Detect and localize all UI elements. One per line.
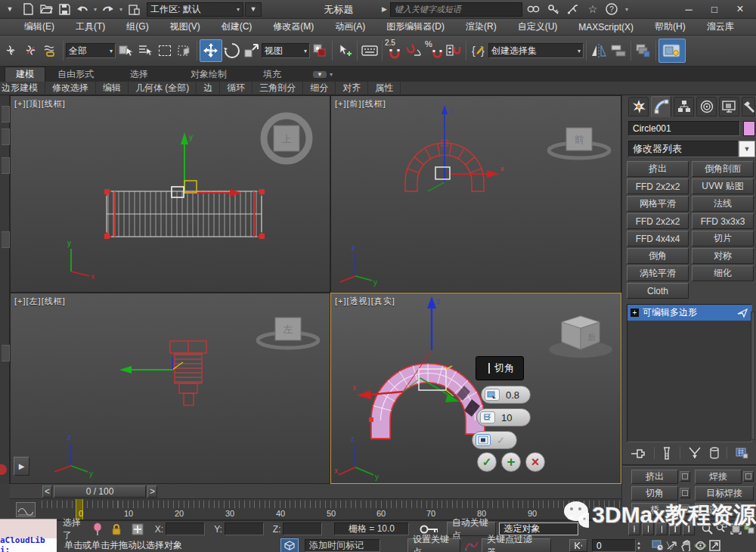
window-crossing-icon[interactable] — [175, 41, 194, 60]
named-selection-set-dropdown[interactable]: 创建选择集 ▾ — [488, 43, 584, 58]
go-to-end-button[interactable] — [683, 523, 695, 535]
ribbon-loops[interactable]: 循环 — [220, 82, 253, 95]
viewport-front[interactable]: 前 z x z y — [330, 95, 621, 293]
make-unique-icon[interactable] — [688, 447, 702, 459]
mod-slice-button[interactable]: 切片 — [692, 231, 754, 247]
menu-views[interactable]: 视图(V) — [160, 19, 211, 36]
caddy-apply-button[interactable]: ✓ — [477, 452, 497, 472]
zoom-all-icon[interactable] — [715, 523, 727, 535]
ribbon-align[interactable]: 对齐 — [336, 82, 368, 95]
rollout-weld-settings-button[interactable] — [743, 471, 754, 482]
workspace-menu-icon[interactable]: ▼ — [245, 2, 262, 17]
mod-symmetry-button[interactable]: 对称 — [692, 248, 754, 264]
material-editor-icon[interactable] — [658, 39, 686, 63]
stack-expand-icon[interactable]: + — [631, 309, 639, 317]
undo-caret-icon[interactable]: ▾ — [92, 2, 98, 17]
motion-tab[interactable] — [696, 97, 717, 116]
selection-lock-icon[interactable] — [111, 523, 121, 535]
close-button[interactable]: × — [727, 0, 753, 18]
mod-ffd2-button[interactable]: FFD 2x2x2 — [627, 178, 689, 194]
viewport-top[interactable]: 上 y y x [+][顶][线框] — [10, 95, 330, 293]
menu-rendering[interactable]: 渲染(R) — [455, 19, 507, 36]
modifier-list-arrow-icon[interactable]: ▼ — [739, 141, 755, 157]
search-icon[interactable] — [525, 2, 542, 17]
docked-icon[interactable] — [2, 345, 10, 361]
new-file-icon[interactable] — [20, 2, 36, 17]
chamfer-open-toggle[interactable]: ✓ — [472, 431, 517, 449]
workspace-dropdown[interactable]: 工作区: 默认 ▾ — [147, 2, 243, 17]
remove-modifier-icon[interactable] — [710, 447, 719, 459]
ribbon-properties[interactable]: 属性 — [368, 82, 401, 95]
mod-turbosmooth-button[interactable]: 涡轮平滑 — [627, 265, 689, 281]
ribbon-minimize-icon[interactable]: ▼ ▾ — [302, 67, 343, 82]
select-and-move-icon[interactable] — [200, 39, 222, 62]
bind-to-spacewarp-icon[interactable] — [41, 41, 60, 60]
mod-bevel-profile-button[interactable]: 倒角剖面 — [692, 161, 754, 177]
show-end-result-icon[interactable] — [662, 447, 671, 460]
object-color-swatch[interactable] — [743, 121, 755, 136]
caddy-cancel-button[interactable]: × — [525, 452, 545, 472]
menu-modifiers[interactable]: 修改器(M) — [262, 19, 324, 36]
docked-icon[interactable] — [2, 106, 10, 122]
reference-coord-dropdown[interactable]: 视图 ▾ — [262, 43, 310, 58]
edit-named-selection-sets-icon[interactable]: {} — [469, 41, 488, 60]
angle-snap-icon[interactable] — [404, 41, 424, 60]
snaps-toggle-icon[interactable]: 2.5 — [385, 41, 404, 60]
redo-caret-icon[interactable]: ▾ — [118, 2, 124, 17]
zoom-icon[interactable] — [701, 523, 713, 535]
key-mode-toggle-button[interactable] — [569, 539, 587, 552]
next-frame-button[interactable] — [669, 523, 681, 535]
stack-item-editable-poly[interactable]: + 可编辑多边形 — [627, 305, 751, 321]
menu-edit[interactable]: 编辑(E) — [14, 19, 65, 36]
ribbon-tab-populate[interactable]: 填充 — [253, 67, 292, 82]
layer-manager-icon[interactable] — [634, 41, 653, 60]
ribbon-tab-object-paint[interactable]: 对象绘制 — [180, 67, 237, 82]
caddy-apply-and-continue-button[interactable]: + — [501, 452, 521, 472]
menu-maxscript[interactable]: MAXScript(X) — [568, 19, 644, 36]
search-expand-icon[interactable]: ▶ — [382, 5, 387, 13]
track-bar[interactable]: 0 10 20 30 40 50 60 70 80 90 — [10, 499, 621, 520]
stack-scrollbar[interactable] — [751, 312, 755, 440]
viewport-top-label[interactable]: [+][顶][线框] — [14, 98, 66, 110]
pin-stack-icon[interactable] — [631, 448, 646, 459]
docked-icon[interactable] — [2, 231, 10, 248]
next-frame-slider-button[interactable]: > — [147, 485, 157, 498]
previous-frame-button[interactable] — [642, 523, 654, 535]
menu-help[interactable]: 帮助(H) — [644, 19, 696, 36]
current-frame-field[interactable]: 0 — [592, 539, 636, 552]
mod-normal-button[interactable]: 法线 — [692, 196, 754, 212]
viewport-left-label[interactable]: [+][左][线框] — [14, 296, 66, 307]
ribbon-edit[interactable]: 编辑 — [96, 82, 129, 95]
select-object-icon[interactable] — [116, 41, 135, 60]
ribbon-modify-selection[interactable]: 修改选择 — [45, 82, 96, 95]
communicate-icon[interactable] — [565, 2, 581, 17]
mod-uvw-map-button[interactable]: UVW 贴图 — [692, 178, 754, 194]
viewport-left[interactable]: 左 z y [+][左][线框] — [10, 293, 330, 484]
menu-customize[interactable]: 自定义(U) — [507, 19, 569, 36]
docked-icon[interactable] — [2, 129, 10, 145]
modifier-list-dropdown[interactable]: 修改器列表 — [628, 141, 739, 157]
menu-group[interactable]: 组(G) — [116, 19, 159, 36]
y-coord-field[interactable] — [225, 523, 264, 535]
hierarchy-tab[interactable] — [674, 97, 694, 116]
align-icon[interactable] — [609, 41, 628, 60]
orbit-icon[interactable] — [695, 539, 707, 552]
stack-pin-icon[interactable] — [736, 308, 748, 318]
notification-balloon-icon[interactable] — [92, 523, 102, 536]
percent-snap-icon[interactable]: % — [424, 41, 444, 60]
app-menu-caret-icon[interactable]: ▼ — [2, 2, 18, 17]
maximize-viewport-toggle-icon[interactable] — [709, 539, 721, 552]
chamfer-segments-field[interactable]: 10 — [476, 408, 531, 426]
isolate-selection-toggle[interactable] — [280, 538, 299, 552]
mod-cloth-button[interactable]: Cloth — [627, 283, 689, 299]
rollout-connect-settings-button[interactable] — [743, 504, 754, 515]
mod-ffd4-button[interactable]: FFD 4x4x4 — [627, 231, 689, 247]
add-time-tag-field[interactable]: 添加时间标记 — [305, 539, 380, 552]
viewport-perspective-label[interactable]: [+][透视][真实] — [335, 296, 395, 307]
mini-curve-editor-icon[interactable] — [16, 502, 36, 517]
prev-frame-slider-button[interactable]: < — [42, 485, 52, 498]
help-caret-icon[interactable]: ▾ — [624, 2, 630, 17]
viewport-front-label[interactable]: [+][前][线框] — [335, 98, 386, 110]
keyboard-override-icon[interactable] — [360, 41, 380, 60]
menu-create[interactable]: 创建(C) — [211, 19, 263, 36]
